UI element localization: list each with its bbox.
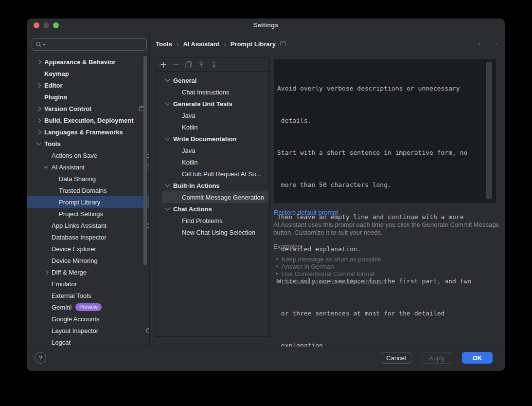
prompt-description: AI Assistant uses this prompt each time …: [273, 221, 502, 236]
chevron-down-icon[interactable]: [165, 78, 173, 83]
prompt-group-chat-actions[interactable]: Chat Actions: [156, 203, 269, 215]
chevron-right-icon[interactable]: [36, 118, 44, 123]
settings-search-input[interactable]: [48, 40, 132, 49]
example-item: Answer in German: [276, 263, 387, 270]
settings-window: Settings Appearance & Behavior Keymap Ed…: [27, 18, 505, 371]
prompt-item-commit-message-generation[interactable]: Commit Message Generation: [162, 191, 268, 203]
prompt-group-write-documentation[interactable]: Write Documentation: [156, 133, 269, 145]
sidebar-item-app-links-assistant[interactable]: App Links Assistant: [27, 220, 149, 231]
examples-label: Examples:: [273, 243, 303, 250]
prompt-item-new-chat-using-selection[interactable]: New Chat Using Selection: [156, 226, 269, 238]
sidebar-item-languages-frameworks[interactable]: Languages & Frameworks: [27, 126, 149, 138]
search-options-caret-icon: [43, 44, 46, 46]
examples-list: Keep message as short as possible Answer…: [276, 256, 387, 285]
modified-settings-icon: [146, 328, 149, 333]
sidebar-item-gemini[interactable]: GeminiPreview: [27, 301, 149, 313]
prompt-editor-text: Avoid overly verbose descriptions or unn…: [277, 62, 471, 371]
chevron-down-icon[interactable]: [165, 206, 173, 211]
editor-line: more than 50 characters long.: [277, 180, 471, 190]
editor-scrollbar[interactable]: [486, 62, 492, 199]
prompt-toolbar: [156, 58, 269, 72]
chevron-right-icon[interactable]: [43, 270, 52, 275]
preview-badge: Preview: [75, 303, 101, 311]
chevron-right-icon[interactable]: [36, 106, 44, 111]
settings-search-field[interactable]: [32, 38, 147, 51]
prompt-tree: General Chat Instructions Generate Unit …: [156, 74, 269, 238]
sidebar-item-logcat[interactable]: Logcat: [27, 336, 149, 347]
breadcrumb-prompt-library[interactable]: Prompt Library: [231, 40, 276, 48]
screen-background: Settings Appearance & Behavior Keymap Ed…: [0, 0, 532, 406]
chevron-right-icon[interactable]: [36, 59, 44, 64]
back-arrow-icon[interactable]: ←: [477, 38, 485, 48]
dialog-footer: ? Cancel Apply OK: [27, 347, 505, 371]
sidebar-item-device-mirroring[interactable]: Device Mirroring: [27, 255, 149, 266]
prompt-item-find-problems[interactable]: Find Problems: [156, 215, 269, 226]
sidebar-item-data-sharing[interactable]: Data Sharing: [27, 173, 149, 185]
chevron-down-icon[interactable]: [165, 101, 173, 106]
prompt-item-kotlin-doc[interactable]: Kotlin: [156, 156, 269, 168]
sidebar-scrollbar[interactable]: [143, 56, 147, 265]
prompt-item-java-doc[interactable]: Java: [156, 145, 269, 156]
sidebar-item-plugins[interactable]: Plugins: [27, 91, 149, 103]
prompt-group-generate-unit-tests[interactable]: Generate Unit Tests: [156, 98, 269, 110]
chevron-down-icon[interactable]: [165, 136, 173, 141]
restore-default-prompt-link[interactable]: Restore default prompt: [274, 209, 338, 216]
chevron-down-icon[interactable]: [165, 183, 173, 188]
sidebar-item-editor[interactable]: Editor: [27, 79, 149, 91]
editor-line: Avoid overly verbose descriptions or unn…: [277, 83, 471, 94]
sidebar-item-google-accounts[interactable]: Google Accounts: [27, 313, 149, 325]
sidebar-item-actions-on-save[interactable]: Actions on Save: [27, 149, 149, 161]
ok-button[interactable]: OK: [462, 352, 493, 364]
sidebar-item-diff-merge[interactable]: Diff & Merge: [27, 266, 149, 278]
editor-line: detailed explanation.: [277, 244, 471, 255]
prompt-item-kotlin[interactable]: Kotlin: [156, 121, 269, 133]
chevron-down-icon[interactable]: [43, 165, 52, 169]
breadcrumb-separator-icon: ›: [177, 40, 179, 48]
example-item: Use Conventional Commit format: [276, 270, 387, 277]
sidebar-item-appearance-behavior[interactable]: Appearance & Behavior: [27, 56, 149, 68]
sidebar-item-emulator[interactable]: Emulator: [27, 278, 149, 290]
example-item: Use bullet points for multiple changes: [276, 278, 387, 285]
prompt-item-chat-instructions[interactable]: Chat Instructions: [156, 86, 269, 98]
copy-prompt-button[interactable]: [185, 61, 193, 69]
sidebar-item-prompt-library[interactable]: Prompt Library: [27, 196, 149, 208]
move-up-button[interactable]: [197, 61, 205, 69]
sidebar-item-keymap[interactable]: Keymap: [27, 68, 149, 79]
editor-line: or three sentences at most for the detai…: [277, 308, 471, 319]
add-prompt-button[interactable]: [160, 61, 167, 69]
sidebar-item-device-explorer[interactable]: Device Explorer: [27, 243, 149, 255]
help-button[interactable]: ?: [35, 352, 46, 364]
chevron-down-icon[interactable]: [36, 141, 44, 146]
sidebar-item-external-tools[interactable]: External Tools: [27, 290, 149, 301]
editor-line: details.: [277, 115, 471, 126]
chevron-right-icon[interactable]: [36, 129, 44, 134]
sidebar-item-tools[interactable]: Tools: [27, 138, 149, 149]
prompt-item-github-pull-request[interactable]: GitHub Pull Request AI Su...: [156, 168, 269, 180]
breadcrumb: Tools › AI Assistant › Prompt Library: [156, 39, 286, 49]
breadcrumb-ai-assistant[interactable]: AI Assistant: [183, 40, 219, 48]
search-icon: [35, 41, 42, 48]
prompt-group-built-in-actions[interactable]: Built-In Actions: [156, 180, 269, 191]
prompt-group-general[interactable]: General: [156, 74, 269, 86]
prompt-item-java[interactable]: Java: [156, 110, 269, 121]
sidebar-item-layout-inspector[interactable]: Layout Inspector: [27, 325, 149, 336]
breadcrumb-separator-icon: ›: [224, 40, 226, 48]
sidebar-item-build-execution-deployment[interactable]: Build, Execution, Deployment: [27, 114, 149, 126]
sidebar-item-ai-assistant[interactable]: AI Assistant: [27, 161, 149, 173]
modified-settings-icon: [280, 40, 286, 48]
forward-arrow-icon[interactable]: →: [491, 38, 499, 48]
chevron-right-icon[interactable]: [36, 83, 44, 88]
cancel-button[interactable]: Cancel: [381, 352, 411, 364]
window-title: Settings: [27, 21, 505, 29]
prompt-editor[interactable]: Avoid overly verbose descriptions or unn…: [274, 59, 496, 203]
sidebar-item-database-inspector[interactable]: Database Inspector: [27, 231, 149, 243]
example-item: Keep message as short as possible: [276, 256, 387, 263]
sidebar-item-version-control[interactable]: Version Control: [27, 103, 149, 114]
prompt-library-panel: General Chat Instructions Generate Unit …: [156, 57, 270, 337]
remove-prompt-button[interactable]: [172, 61, 180, 69]
sidebar-item-trusted-domains[interactable]: Trusted Domains: [27, 185, 149, 196]
move-down-button[interactable]: [210, 61, 218, 69]
sidebar-item-project-settings[interactable]: Project Settings: [27, 208, 149, 220]
apply-button: Apply: [422, 352, 452, 364]
breadcrumb-tools[interactable]: Tools: [156, 40, 172, 48]
